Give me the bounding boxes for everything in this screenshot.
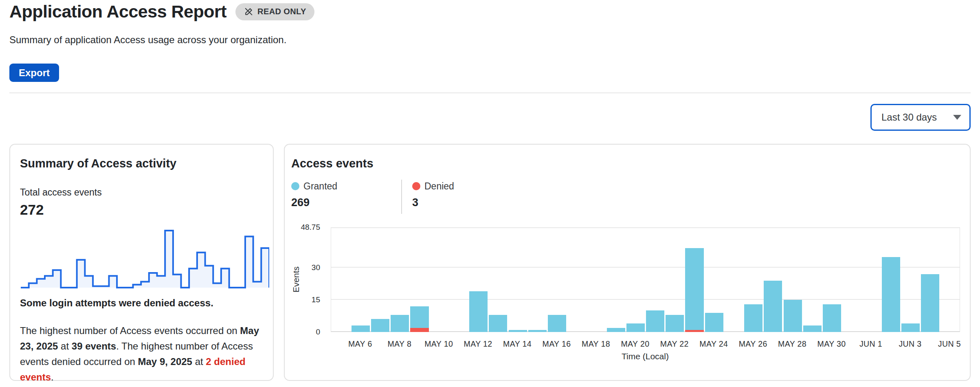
access-events-card: Access events Granted 269 Denied 3 Event… xyxy=(284,144,971,381)
summary-description-segment: at xyxy=(58,341,71,352)
page-subtitle: Summary of application Access usage acro… xyxy=(9,34,286,46)
granted-legend-dot xyxy=(291,182,299,190)
bar-segment-granted xyxy=(764,281,782,332)
denied-legend-value: 3 xyxy=(412,196,454,209)
x-tick-label: MAY 26 xyxy=(739,339,767,349)
summary-description-segment: The highest number of Access events occu… xyxy=(20,325,240,336)
x-tick-label: MAY 22 xyxy=(660,339,689,349)
bar-segment-granted xyxy=(371,319,389,332)
x-tick-label: JUN 1 xyxy=(859,339,882,349)
x-axis: MAY 6MAY 8MAY 10MAY 12MAY 14MAY 16MAY 18… xyxy=(331,339,959,352)
bar-segment-granted xyxy=(607,328,625,332)
x-tick-label: MAY 28 xyxy=(778,339,806,349)
read-only-badge: READ ONLY xyxy=(235,3,314,20)
y-tick-label: 30 xyxy=(285,263,320,272)
summary-description-segment: . xyxy=(51,372,54,383)
access-events-bar-chart xyxy=(331,227,960,332)
denied-legend-dot xyxy=(412,182,420,190)
summary-description: The highest number of Access events occu… xyxy=(20,323,261,385)
legend-item-denied: Denied 3 xyxy=(402,180,454,209)
export-button[interactable]: Export xyxy=(9,64,59,82)
bar-segment-granted xyxy=(901,323,920,332)
bar-segment-granted xyxy=(509,330,527,332)
granted-legend-value: 269 xyxy=(291,196,401,209)
summary-description-segment: May 9, 2025 xyxy=(138,356,192,367)
x-tick-label: MAY 16 xyxy=(543,339,571,349)
bar-segment-granted xyxy=(784,300,802,332)
bar-segment-granted xyxy=(646,310,664,332)
x-tick-label: JUN 3 xyxy=(899,339,921,349)
sparkline-area xyxy=(21,231,269,288)
granted-legend-label: Granted xyxy=(303,181,337,192)
x-tick-label: MAY 12 xyxy=(464,339,492,349)
bar-segment-granted xyxy=(489,315,507,332)
gridline xyxy=(331,267,960,268)
bar-segment-granted xyxy=(803,325,822,332)
bar-segment-denied xyxy=(685,330,703,332)
bar-segment-granted xyxy=(410,306,428,328)
summary-description-segment: at xyxy=(192,356,206,367)
x-tick-label: MAY 30 xyxy=(817,339,846,349)
summary-card: Summary of Access activity Total access … xyxy=(9,144,274,381)
access-activity-sparkline xyxy=(21,228,269,289)
bar-segment-granted xyxy=(391,315,409,332)
page-title: Application Access Report xyxy=(9,2,226,22)
bar-segment-granted xyxy=(823,304,841,332)
summary-card-title: Summary of Access activity xyxy=(20,157,176,170)
x-tick-label: MAY 18 xyxy=(582,339,610,349)
y-tick-label: 48.75 xyxy=(285,223,320,232)
chevron-down-icon xyxy=(953,115,961,120)
bar-segment-granted xyxy=(882,257,900,332)
x-tick-label: MAY 14 xyxy=(503,339,532,349)
application-access-report-page: Application Access Report READ ONLY Summ… xyxy=(0,0,980,387)
chart-legend: Granted 269 Denied 3 xyxy=(291,180,454,214)
y-tick-label: 0 xyxy=(285,328,320,336)
bar-segment-granted xyxy=(352,325,370,332)
bar-segment-granted xyxy=(666,315,684,332)
header: Application Access Report READ ONLY xyxy=(9,2,314,22)
x-tick-label: MAY 20 xyxy=(621,339,649,349)
x-tick-label: MAY 8 xyxy=(387,339,411,349)
read-only-badge-label: READ ONLY xyxy=(257,7,306,16)
gridline xyxy=(331,227,960,228)
bar-segment-granted xyxy=(626,323,645,332)
no-edit-pencil-icon xyxy=(244,7,254,17)
time-range-select[interactable]: Last 30 days xyxy=(870,104,971,131)
time-range-value: Last 30 days xyxy=(881,112,937,123)
bar-segment-granted xyxy=(528,330,547,332)
bar-segment-granted xyxy=(469,291,488,332)
bar-segment-granted xyxy=(685,248,703,330)
x-tick-label: MAY 6 xyxy=(348,339,372,349)
denied-legend-label: Denied xyxy=(424,181,454,192)
bar-segment-granted xyxy=(705,313,723,332)
bar-segment-denied xyxy=(410,328,428,332)
bar-segment-granted xyxy=(548,315,566,332)
bar-segment-granted xyxy=(744,304,762,332)
y-tick-label: 15 xyxy=(285,295,320,304)
header-divider xyxy=(9,92,971,93)
x-axis-title: Time (Local) xyxy=(622,352,669,361)
legend-item-granted: Granted 269 xyxy=(291,180,401,209)
gridline xyxy=(331,299,960,300)
x-tick-label: MAY 24 xyxy=(699,339,728,349)
denied-access-alert-heading: Some login attempts were denied access. xyxy=(20,297,213,309)
total-access-events-label: Total access events xyxy=(20,187,102,198)
total-access-events-value: 272 xyxy=(20,202,44,218)
x-tick-label: JUN 5 xyxy=(938,339,961,349)
bar-segment-granted xyxy=(921,274,939,332)
x-tick-label: MAY 10 xyxy=(424,339,453,349)
y-axis: 0153048.75 xyxy=(285,227,320,332)
summary-description-segment: 39 events xyxy=(72,341,116,352)
access-events-card-title: Access events xyxy=(291,157,374,170)
